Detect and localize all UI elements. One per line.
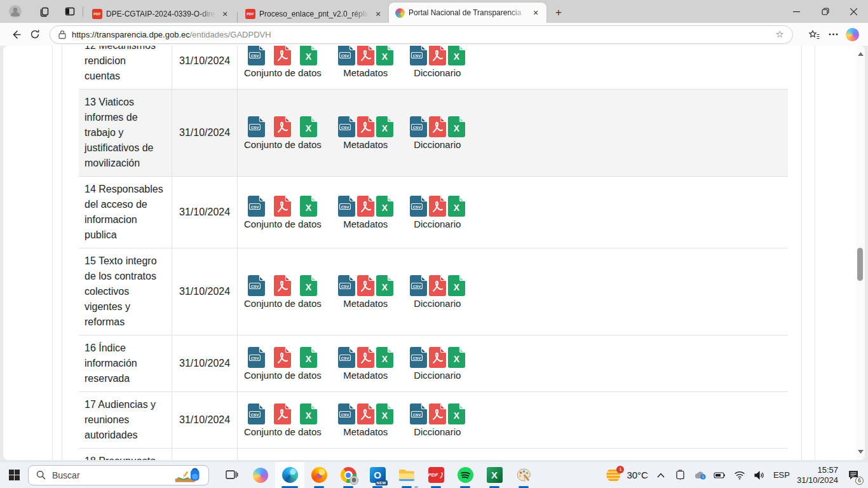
tab-close-icon[interactable]: ✕ [530, 7, 541, 18]
download-group-label[interactable]: Metadatos [343, 139, 388, 150]
scroll-down-arrow[interactable] [856, 447, 865, 456]
pdf-file-icon[interactable] [274, 46, 291, 65]
settings-ellipsis-icon[interactable] [824, 25, 843, 44]
csv-file-icon[interactable]: CSV [410, 403, 427, 424]
xls-file-icon[interactable]: X [448, 347, 465, 368]
download-group-label[interactable]: Metadatos [343, 298, 388, 309]
csv-file-icon[interactable]: CSV [248, 403, 265, 424]
download-group-label[interactable]: Diccionario [414, 67, 461, 78]
csv-file-icon[interactable]: CSV [410, 116, 427, 137]
pdf-file-icon[interactable] [429, 347, 446, 368]
download-group[interactable]: CSVXDiccionario [410, 116, 465, 150]
xls-file-icon[interactable]: X [376, 196, 393, 217]
download-group[interactable]: CSVXConjunto de datos [244, 196, 322, 229]
xls-file-icon[interactable]: X [376, 403, 393, 424]
download-group[interactable]: CSVXMetadatos [338, 403, 393, 437]
xls-file-icon[interactable]: X [376, 116, 393, 137]
taskbar-app-outlook[interactable]: ONEW [363, 462, 392, 488]
pdf-file-icon[interactable] [274, 275, 291, 296]
address-bar[interactable]: https://transparencia.dpe.gob.ec/entidad… [50, 25, 793, 44]
download-group[interactable]: CSVXDiccionario [410, 196, 465, 229]
refresh-button[interactable] [25, 25, 44, 44]
download-group[interactable]: CSVXMetadatos [338, 46, 393, 78]
favorites-hub-icon[interactable] [804, 25, 824, 44]
pdf-file-icon[interactable] [357, 403, 374, 424]
download-group-label[interactable]: Conjunto de datos [244, 67, 322, 78]
download-group-label[interactable]: Conjunto de datos [244, 370, 322, 381]
csv-file-icon[interactable]: CSV [248, 196, 265, 217]
download-group-label[interactable]: Conjunto de datos [244, 298, 322, 309]
csv-file-icon[interactable]: CSV [338, 275, 355, 296]
download-group-label[interactable]: Diccionario [414, 298, 461, 309]
profile-avatar[interactable] [5, 3, 25, 20]
csv-file-icon[interactable]: CSV [338, 116, 355, 137]
wifi-icon[interactable] [733, 466, 747, 484]
taskbar-app-task-view[interactable] [217, 462, 246, 488]
download-group[interactable]: CSVXMetadatos [338, 116, 393, 150]
download-group[interactable]: CSVXDiccionario [410, 347, 465, 381]
download-group-label[interactable]: Metadatos [343, 219, 388, 229]
clock[interactable]: 15:57 31/10/2024 [797, 465, 838, 485]
taskbar-app-pdf-app[interactable]: PDF [421, 462, 451, 488]
csv-file-icon[interactable]: CSV [338, 347, 355, 368]
language-indicator[interactable]: ESP [772, 470, 791, 480]
taskbar-app-firefox[interactable] [304, 462, 334, 488]
volume-icon[interactable] [752, 466, 766, 484]
pdf-file-icon[interactable] [357, 116, 374, 137]
pdf-file-icon[interactable] [274, 347, 291, 368]
xls-file-icon[interactable]: X [448, 116, 465, 137]
xls-file-icon[interactable]: X [376, 347, 393, 368]
taskbar-app-chrome[interactable] [334, 462, 363, 488]
xls-file-icon[interactable]: X [300, 347, 317, 368]
back-button[interactable] [6, 25, 25, 44]
taskbar-app-excel[interactable]: X [480, 462, 509, 488]
taskbar-app-paint[interactable] [509, 462, 538, 488]
csv-file-icon[interactable]: CSV [410, 275, 427, 296]
new-tab-button[interactable]: + [550, 4, 567, 21]
download-group-label[interactable]: Diccionario [414, 139, 461, 150]
weather-widget[interactable]: 1 30°C [606, 468, 648, 483]
tab-actions-icon[interactable] [60, 3, 80, 20]
taskbar-app-copilot[interactable] [246, 462, 275, 488]
browser-tab[interactable]: PDFDPE-CGTAIP-2024-0339-O-directri✕ [86, 5, 236, 23]
browser-tab[interactable]: Portal Nacional de Transparencia✕ [389, 3, 546, 23]
scroll-up-arrow[interactable] [856, 50, 865, 58]
download-group[interactable]: CSVXDiccionario [410, 46, 465, 78]
download-group[interactable]: CSVXConjunto de datos [244, 403, 322, 437]
pdf-file-icon[interactable] [429, 196, 446, 217]
download-group[interactable]: CSVXConjunto de datos [244, 347, 322, 381]
close-button[interactable] [839, 0, 868, 23]
cast-device-icon[interactable] [674, 466, 688, 484]
download-group-label[interactable]: Metadatos [343, 426, 388, 437]
restore-button[interactable] [811, 0, 839, 23]
xls-file-icon[interactable]: X [300, 46, 317, 65]
favorite-star-icon[interactable]: ☆ [772, 27, 787, 42]
pdf-file-icon[interactable] [429, 275, 446, 296]
pdf-file-icon[interactable] [274, 403, 291, 424]
download-group-label[interactable]: Metadatos [343, 67, 388, 78]
pdf-file-icon[interactable] [429, 46, 446, 65]
download-group-label[interactable]: Diccionario [414, 426, 461, 437]
pdf-file-icon[interactable] [429, 116, 446, 137]
taskbar-app-edge[interactable] [275, 462, 304, 488]
csv-file-icon[interactable]: CSV [338, 46, 355, 65]
download-group[interactable]: CSVXDiccionario [410, 275, 465, 309]
download-group-label[interactable]: Diccionario [414, 370, 461, 381]
pdf-file-icon[interactable] [357, 196, 374, 217]
xls-file-icon[interactable]: X [300, 275, 317, 296]
hidden-icons-chevron[interactable] [654, 466, 668, 484]
download-group[interactable]: CSVXDiccionario [410, 403, 465, 437]
tab-close-icon[interactable]: ✕ [219, 8, 231, 20]
csv-file-icon[interactable]: CSV [248, 116, 265, 137]
download-group[interactable]: CSVXConjunto de datos [244, 275, 322, 309]
download-group-label[interactable]: Conjunto de datos [244, 139, 322, 150]
download-group-label[interactable]: Conjunto de datos [244, 219, 322, 229]
csv-file-icon[interactable]: CSV [338, 196, 355, 217]
pdf-file-icon[interactable] [429, 403, 446, 424]
scrollbar-thumb[interactable] [857, 248, 863, 281]
start-button[interactable] [0, 462, 28, 488]
download-group[interactable]: CSVXConjunto de datos [244, 116, 322, 150]
pdf-file-icon[interactable] [274, 116, 291, 137]
csv-file-icon[interactable]: CSV [410, 46, 427, 65]
download-group-label[interactable]: Diccionario [414, 219, 461, 229]
